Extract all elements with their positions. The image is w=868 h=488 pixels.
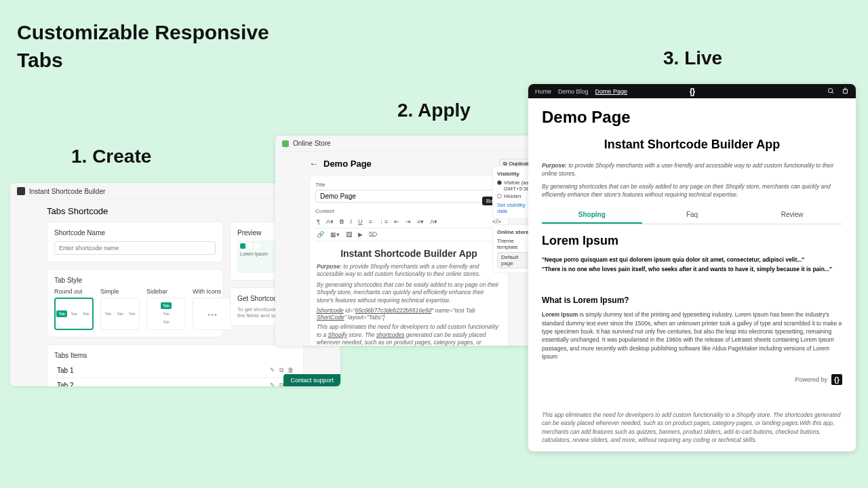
store-header: Online Store	[275, 136, 542, 152]
style-sidebar-label: Sidebar	[146, 288, 186, 295]
nav-page[interactable]: Dome Page	[595, 88, 628, 95]
app-name: Instant Shortcode Builder	[29, 188, 105, 195]
store-icon	[282, 140, 289, 147]
cart-icon[interactable]	[842, 87, 849, 95]
quote-1: "Neque porro quisquam est qui dolorem ip…	[542, 256, 842, 263]
tab-icon: ▸	[208, 312, 210, 317]
page-breadcrumb: ← Demo Page	[309, 159, 509, 169]
visibility-label: Visibility	[497, 171, 532, 177]
tabs-items-card: Tabs Items Tab 1 ✎ ⧉ 🗑 Tab 2 ✎ ⧉ 🗑	[47, 344, 304, 386]
align-icon[interactable]: ≡▾	[416, 218, 425, 225]
content-label: Content	[315, 208, 502, 214]
style-sidebar[interactable]: Tab Tab Tab	[146, 298, 186, 330]
content-heading: Instant Shortcode Builder App	[317, 248, 501, 259]
style-icons[interactable]: ▸ ▸ ▸	[193, 298, 232, 330]
visibility-date-link[interactable]: Set visibility date	[497, 202, 532, 214]
duplicate-icon[interactable]: ⧉	[279, 367, 283, 374]
edit-icon[interactable]: ✎	[270, 382, 275, 386]
style-label: Tab Style	[54, 277, 216, 284]
live-body: Demo Page Instant Shortcode Builder App …	[528, 98, 856, 451]
svg-point-0	[828, 88, 832, 92]
app-icon	[17, 187, 25, 195]
style-simple[interactable]: Tab Tab Tab	[100, 298, 140, 330]
step-3-label: 3. Live	[663, 47, 722, 69]
color-icon[interactable]: A▾	[429, 218, 439, 225]
contact-support-button[interactable]: Contact support	[283, 374, 340, 386]
name-label: Shortcode Name	[54, 229, 216, 237]
online-store-label: Online store	[497, 229, 532, 235]
underline-icon[interactable]: U	[357, 218, 364, 225]
style-card: Tab Style Round out Tab Tab Tab Simple	[47, 269, 223, 338]
name-card: Shortcode Name	[47, 222, 223, 262]
site-logo[interactable]: {}	[690, 87, 694, 96]
items-label: Tabs Items	[54, 352, 296, 359]
page-title: Demo Page	[323, 159, 372, 169]
content-editor[interactable]: Instant Shortcode Builder App Purpose: t…	[315, 241, 502, 346]
theme-label: Theme template	[497, 238, 532, 250]
powered-by: Powered by {}	[542, 374, 842, 385]
tab-item-row: Tab 1 ✎ ⧉ 🗑	[54, 363, 296, 378]
name-input[interactable]	[54, 241, 216, 255]
brace-logo-icon[interactable]: {}	[831, 374, 842, 385]
list-bullet-icon[interactable]: ≡	[367, 218, 373, 225]
theme-select[interactable]: Default page	[497, 252, 532, 268]
italic-icon[interactable]: I	[349, 218, 353, 225]
back-arrow-icon[interactable]: ←	[309, 159, 318, 169]
duplicate-icon[interactable]: ⧉	[279, 382, 283, 386]
live-panel: Home Demo Blog Dome Page {} Demo Page In…	[528, 84, 856, 451]
tab-icon: ▸	[212, 312, 214, 317]
bold-icon[interactable]: B	[338, 218, 346, 225]
tab-item-label: Tab 1	[57, 367, 73, 374]
style-roundout-label: Round out	[54, 288, 94, 295]
image-icon[interactable]: 🖼	[344, 231, 353, 238]
font-icon[interactable]: A▾	[325, 218, 335, 225]
table-icon[interactable]: ▦▾	[329, 231, 341, 238]
tab-shoping[interactable]: Shoping	[542, 207, 642, 224]
main-title: Customizable ResponsiveTabs	[17, 19, 269, 74]
preview-tab	[254, 243, 260, 249]
tab-review[interactable]: Review	[742, 207, 842, 224]
video-icon[interactable]: ▶	[357, 231, 364, 238]
step-2-label: 2. Apply	[397, 100, 471, 121]
panel-title: Tabs Shortcode	[47, 206, 108, 216]
lorem-paragraph: Lorem Ipsum is simply dummy text of the …	[542, 310, 842, 361]
footer-note: This app eliminates the need for develop…	[542, 411, 842, 444]
tab-icon: ▸	[215, 312, 217, 317]
style-icons-label: With Icons	[193, 288, 232, 295]
quote-2: "There is no one who loves pain itself, …	[542, 266, 842, 272]
live-tabs: Shoping Faq Review	[542, 207, 842, 224]
tab-item-row: Tab 2 ✎ ⧉ 🗑	[54, 378, 296, 386]
edit-icon[interactable]: ✎	[270, 367, 275, 374]
preview-tab	[240, 243, 245, 249]
link-icon[interactable]: 🔗	[315, 231, 326, 238]
clear-icon[interactable]: ⌦	[368, 231, 379, 238]
store-name: Online Store	[293, 140, 331, 147]
svg-line-1	[832, 92, 833, 94]
editor-toolbar: ¶ A▾ B I U ≡ ⋮≡ ⇤ ⇥ ≡▾ A▾ </>	[315, 216, 502, 228]
editor-toolbar-2: 🔗 ▦▾ 🖼 ▶ ⌦	[315, 228, 502, 241]
tab-item-label: Tab 2	[57, 382, 73, 386]
tab-faq[interactable]: Faq	[642, 207, 743, 224]
site-navbar: Home Demo Blog Dome Page {}	[528, 84, 856, 98]
visible-radio[interactable]: Visible (asGMT+5:30	[497, 180, 532, 192]
title-input[interactable]	[315, 190, 502, 203]
lorem-heading: Lorem Ipsum	[542, 234, 842, 248]
list-number-icon[interactable]: ⋮≡	[377, 218, 389, 225]
hidden-radio[interactable]: Hidden	[497, 193, 532, 199]
style-simple-label: Simple	[100, 288, 140, 295]
style-roundout[interactable]: Tab Tab Tab	[54, 298, 94, 330]
nav-home[interactable]: Home	[535, 88, 551, 95]
title-label: Title	[315, 182, 502, 188]
apply-panel: Online Store ⧉ Duplicate ← Demo Page Tit…	[275, 136, 542, 346]
delete-icon[interactable]: 🗑	[288, 367, 294, 374]
paragraph-icon[interactable]: ¶	[315, 218, 321, 225]
nav-blog[interactable]: Demo Blog	[558, 88, 589, 95]
page-form: Title ↗ Bold Content ¶ A▾ B I U ≡ ⋮≡ ⇤ ⇥…	[309, 176, 509, 346]
what-heading: What is Lorem Ipsum?	[542, 296, 842, 305]
indent-icon[interactable]: ⇥	[404, 218, 412, 225]
tab-content: Lorem Ipsum "Neque porro quisquam est qu…	[542, 224, 842, 399]
preview-tab	[248, 243, 253, 249]
search-icon[interactable]	[827, 87, 835, 95]
outdent-icon[interactable]: ⇤	[393, 218, 401, 225]
step-1-label: 1. Create	[71, 146, 151, 167]
